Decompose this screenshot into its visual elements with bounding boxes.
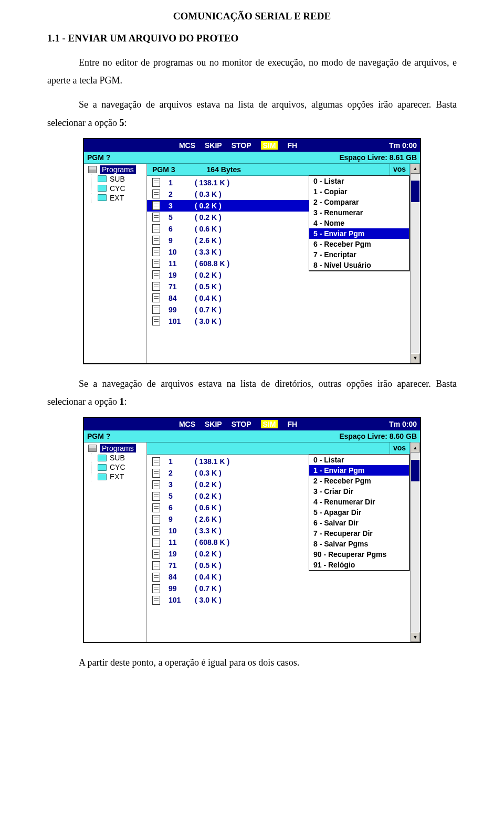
file-size: ( 608.8 K ): [195, 538, 229, 546]
folder-icon: [98, 455, 107, 461]
context-menu-item[interactable]: 1 - Enviar Pgm: [309, 465, 409, 476]
tree-root[interactable]: Programs: [84, 444, 146, 453]
context-menu-item[interactable]: 0 - Listar: [309, 455, 409, 465]
file-name: 10: [169, 248, 195, 256]
status-bar: MCS SKIP STOP SIM FH Tm 0:00: [84, 139, 420, 152]
scroll-up-button[interactable]: ▲: [411, 164, 420, 174]
context-menu-item[interactable]: 7 - Recuperar Dir: [309, 528, 409, 539]
context-menu-item[interactable]: 4 - Renumerar Dir: [309, 497, 409, 507]
context-menu-item[interactable]: 91 - Relógio: [309, 560, 409, 570]
file-size: ( 0.7 K ): [195, 584, 222, 593]
free-space: Espaço Livre: 8.61 GB: [339, 153, 420, 162]
tree-ext[interactable]: EXT: [84, 472, 146, 481]
file-row[interactable]: 101( 3.0 K ): [147, 315, 420, 327]
file-row[interactable]: 84( 0.4 K ): [147, 292, 420, 304]
scrollbar[interactable]: ▲ ▼: [410, 164, 420, 363]
file-icon: [152, 584, 160, 593]
file-row[interactable]: 99( 0.7 K ): [147, 583, 420, 594]
file-size: ( 0.3 K ): [195, 469, 222, 477]
file-row[interactable]: 99( 0.7 K ): [147, 304, 420, 315]
file-size: ( 3.0 K ): [195, 317, 222, 325]
file-name: 2: [169, 469, 195, 477]
file-name: 99: [169, 584, 195, 593]
file-icon: [152, 561, 160, 570]
file-size: ( 0.7 K ): [195, 306, 222, 314]
file-size: ( 0.3 K ): [195, 190, 222, 198]
file-name: 5: [169, 213, 195, 222]
screenshot-1: MCS SKIP STOP SIM FH Tm 0:00 PGM ? Espaç…: [83, 138, 421, 364]
context-menu-item[interactable]: 0 - Listar: [309, 176, 409, 186]
scroll-down-button[interactable]: ▼: [411, 353, 420, 363]
context-menu-item[interactable]: 6 - Receber Pgm: [309, 239, 409, 249]
status-sim: SIM: [261, 420, 278, 428]
context-menu-item[interactable]: 90 - Recuperar Pgms: [309, 549, 409, 560]
file-icon: [152, 573, 160, 582]
status-skip: SKIP: [205, 141, 222, 150]
file-list-header: [147, 443, 420, 455]
folder-icon: [98, 175, 107, 182]
scroll-down-button[interactable]: ▼: [411, 632, 420, 642]
vos-tab: vos: [390, 164, 410, 176]
scroll-track[interactable]: [411, 174, 420, 353]
status-stop: STOP: [232, 141, 251, 150]
file-icon: [152, 224, 160, 233]
scroll-up-button[interactable]: ▲: [411, 443, 420, 452]
paragraph-3: Se a navegação de arquivos estava na lis…: [47, 375, 457, 410]
tree-sub[interactable]: SUB: [84, 453, 146, 462]
context-menu-item[interactable]: 5 - Enviar Pgm: [309, 228, 409, 239]
scroll-track[interactable]: [411, 452, 420, 632]
tree-cyc[interactable]: CYC: [84, 462, 146, 472]
scroll-thumb[interactable]: [411, 181, 419, 202]
context-menu-item[interactable]: 6 - Salvar Dir: [309, 518, 409, 528]
context-menu-item[interactable]: 4 - Nome: [309, 218, 409, 228]
status-mcs: MCS: [179, 141, 195, 150]
status-tm: Tm 0:00: [389, 420, 417, 428]
file-size: ( 3.3 K ): [195, 248, 222, 256]
context-menu-item[interactable]: 3 - Criar Dir: [309, 486, 409, 497]
context-menu-item[interactable]: 7 - Encriptar: [309, 249, 409, 260]
pgm-prompt-row: PGM ? Espaço Livre: 8.61 GB: [84, 152, 420, 164]
tree-ext[interactable]: EXT: [84, 193, 146, 203]
free-space: Espaço Livre: 8.60 GB: [339, 432, 420, 440]
file-name: 19: [169, 271, 195, 279]
file-name: 6: [169, 503, 195, 512]
file-icon: [152, 480, 160, 489]
file-header-bytes: 164 Bytes: [207, 165, 241, 174]
file-name: 10: [169, 527, 195, 535]
tree-sub[interactable]: SUB: [84, 174, 146, 184]
folder-icon: [98, 194, 107, 201]
file-name: 84: [169, 573, 195, 581]
context-menu-item[interactable]: 1 - Copiar: [309, 186, 409, 197]
folder-tree: Programs SUB CYC EXT: [84, 164, 147, 363]
file-size: ( 0.5 K ): [195, 282, 222, 291]
tree-cyc[interactable]: CYC: [84, 184, 146, 193]
context-menu-item[interactable]: 8 - Nível Usuário: [309, 260, 409, 270]
scrollbar[interactable]: ▲ ▼: [410, 443, 420, 642]
file-size: ( 0.2 K ): [195, 492, 222, 500]
file-size: ( 138.1 K ): [195, 178, 229, 187]
file-icon: [152, 178, 160, 187]
context-menu-item[interactable]: 8 - Salvar Pgms: [309, 539, 409, 549]
file-row[interactable]: 19( 0.2 K ): [147, 269, 420, 281]
context-menu-item[interactable]: 2 - Receber Pgm: [309, 476, 409, 486]
context-menu-item[interactable]: 3 - Renumerar: [309, 207, 409, 218]
page-header: COMUNICAÇÃO SERIAL E REDE: [47, 10, 457, 22]
file-name: 1: [169, 178, 195, 187]
paragraph-2: Se a navegação de arquivos estava na lis…: [47, 96, 457, 131]
tree-root[interactable]: Programs: [84, 165, 146, 174]
context-menu-item[interactable]: 2 - Comparar: [309, 197, 409, 207]
status-mcs: MCS: [179, 420, 195, 428]
file-name: 11: [169, 538, 195, 546]
context-menu-item[interactable]: 5 - Apagar Dir: [309, 507, 409, 518]
file-row[interactable]: 101( 3.0 K ): [147, 594, 420, 606]
file-row[interactable]: 84( 0.4 K ): [147, 571, 420, 583]
section-title: 1.1 - ENVIAR UM ARQUIVO DO PROTEO: [47, 33, 457, 44]
drive-icon: [88, 445, 97, 452]
file-icon: [152, 596, 160, 605]
status-stop: STOP: [232, 420, 251, 428]
file-row[interactable]: 71( 0.5 K ): [147, 281, 420, 292]
file-name: 71: [169, 561, 195, 570]
drive-icon: [88, 166, 97, 173]
scroll-thumb[interactable]: [411, 460, 419, 481]
paragraph-4: A partir deste ponto, a operação é igual…: [47, 654, 457, 671]
